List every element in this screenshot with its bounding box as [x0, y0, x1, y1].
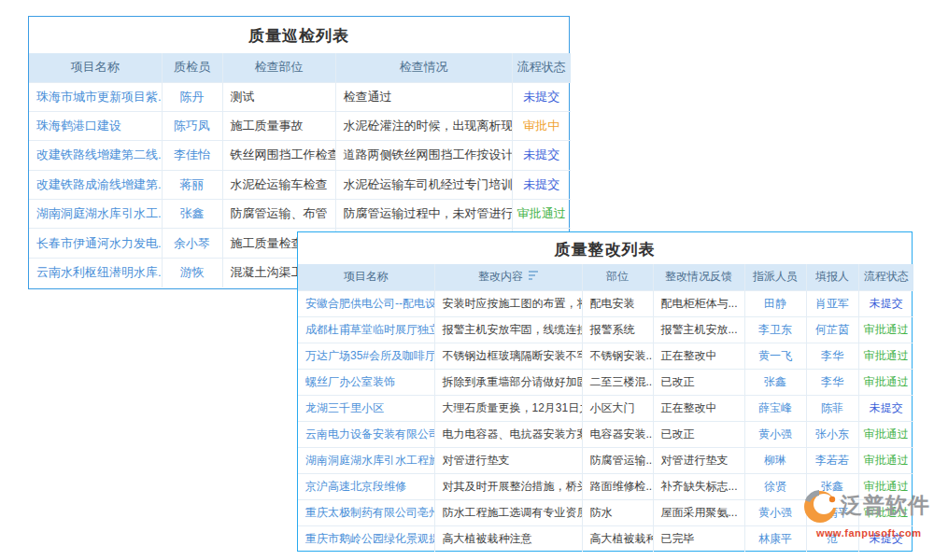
cell-status: 审批中 — [512, 111, 571, 140]
cell-feedback: 补齐缺失标志... — [653, 473, 744, 499]
cell-project[interactable]: 湖南洞庭湖水库引水工... — [29, 200, 162, 229]
column-header-project: 项目名称 — [298, 264, 434, 290]
cell-assignee[interactable]: 柳琳 — [744, 447, 806, 473]
cell-part: 防腐管运输、布管 — [222, 200, 335, 229]
cell-status: 未提交 — [858, 290, 913, 316]
cell-reporter[interactable]: 李若若 — [806, 447, 858, 473]
cell-feedback: 报警主机安放... — [653, 316, 744, 343]
column-header-content[interactable]: 整改内容 — [434, 264, 582, 290]
cell-project[interactable]: 珠海市城市更新项目紫... — [29, 82, 162, 111]
cell-part: 路面维修检... — [582, 473, 653, 499]
cell-project[interactable]: 重庆太极制药有限公司亳州中... — [298, 499, 434, 525]
column-header-part: 检查部位 — [222, 53, 335, 82]
table-row: 龙湖三千里小区大理石质量更换，12月31日之...小区大门正在整改中薛宝峰陈菲未… — [298, 395, 913, 421]
cell-assignee[interactable]: 林康平 — [744, 525, 806, 552]
table-row: 珠海市城市更新项目紫...陈丹测试检查通过未提交 — [29, 82, 571, 111]
cell-project[interactable]: 安徽合肥供电公司--配电设备... — [298, 290, 434, 316]
cell-content: 高大植被栽种注意 — [434, 525, 582, 552]
cell-feedback: 正在整改中 — [653, 395, 744, 421]
cell-situation: 道路两侧铁丝网围挡工作按设计... — [335, 141, 512, 170]
cell-part: 高大植被栽种 — [582, 525, 653, 552]
cell-content: 拆除到承重墙部分请做好加固... — [434, 369, 582, 395]
cell-assignee[interactable]: 薛宝峰 — [744, 395, 806, 421]
column-header-label: 项目名称 — [71, 60, 120, 74]
cell-inspector[interactable]: 张鑫 — [162, 200, 222, 229]
cell-part: 铁丝网围挡工作检查 — [222, 141, 335, 170]
cell-project[interactable]: 长春市伊通河水力发电... — [29, 229, 162, 258]
cell-inspector[interactable]: 李佳怡 — [162, 141, 222, 170]
cell-situation: 检查通过 — [335, 82, 512, 111]
cell-reporter[interactable]: 张小东 — [806, 421, 858, 447]
cell-assignee[interactable]: 李卫东 — [744, 316, 806, 343]
cell-status: 审批通过 — [858, 421, 913, 447]
cell-feedback: 已改正 — [653, 421, 744, 447]
column-header-label: 流程状态 — [864, 270, 909, 283]
cell-status: 审批通过 — [858, 447, 913, 473]
cell-content: 大理石质量更换，12月31日之... — [434, 395, 582, 421]
column-header-label: 质检员 — [174, 60, 210, 74]
cell-content: 防水工程施工选调有专业资质... — [434, 499, 582, 525]
cell-project[interactable]: 成都杜甫草堂临时展厅独立展... — [298, 316, 434, 343]
cell-inspector[interactable]: 余小琴 — [162, 229, 222, 258]
column-header-assignee: 指派人员 — [744, 264, 806, 290]
cell-content: 安装时应按施工图的布置，将... — [434, 290, 582, 316]
cell-part: 小区大门 — [582, 395, 653, 421]
cell-inspector[interactable]: 陈巧凤 — [162, 111, 222, 140]
cell-project[interactable]: 改建铁路线增建第二线... — [29, 141, 162, 170]
column-header-feedback: 整改情况反馈 — [653, 264, 744, 290]
cell-assignee[interactable]: 黄小强 — [744, 421, 806, 447]
cell-content: 对管进行垫支 — [434, 447, 582, 473]
table-row: 湖南洞庭湖水库引水工程施工标对管进行垫支防腐管运输...对管进行垫支柳琳李若若审… — [298, 447, 913, 473]
cell-reporter[interactable]: 李华 — [806, 369, 858, 395]
cell-project[interactable]: 云南水利枢纽潜明水库... — [29, 258, 162, 287]
cell-assignee[interactable]: 张鑫 — [744, 369, 806, 395]
cell-feedback: 对管进行垫支 — [653, 447, 744, 473]
cell-feedback: 已完毕 — [653, 525, 744, 552]
cell-part: 二至三楼混... — [582, 369, 653, 395]
cell-assignee[interactable]: 田静 — [744, 290, 806, 316]
column-header-label: 项目名称 — [344, 270, 389, 283]
cell-reporter[interactable]: 何芷茵 — [806, 316, 858, 343]
cell-content: 不锈钢边框玻璃隔断安装不牢... — [434, 343, 582, 369]
cell-part: 测试 — [222, 82, 335, 111]
sort-icon[interactable] — [529, 271, 538, 282]
cell-assignee[interactable]: 黄一飞 — [744, 343, 806, 369]
inspection-table-title: 质量巡检列表 — [29, 17, 569, 53]
cell-inspector[interactable]: 蒋丽 — [162, 170, 222, 199]
table-row: 云南电力设备安装有限公司20...电力电容器、电抗器安装方案,...电容器安装.… — [298, 421, 913, 447]
cell-part: 配电安装 — [582, 290, 653, 316]
cell-project[interactable]: 珠海鹤港口建设 — [29, 111, 162, 140]
table-row: 安徽合肥供电公司--配电设备...安装时应按施工图的布置，将...配电安装配电柜… — [298, 290, 913, 316]
cell-project[interactable]: 龙湖三千里小区 — [298, 395, 434, 421]
cell-status: 审批通过 — [858, 369, 913, 395]
cell-project[interactable]: 京沪高速北京段维修 — [298, 473, 434, 499]
cell-situation: 水泥砼灌注的时候，出现离析现象 — [335, 111, 512, 140]
page: 质量巡检列表 项目名称质检员检查部位检查情况流程状态珠海市城市更新项目紫...陈… — [0, 0, 934, 560]
cell-assignee[interactable]: 黄小强 — [744, 499, 806, 525]
cell-project[interactable]: 螺丝厂办公室装饰 — [298, 369, 434, 395]
cell-reporter[interactable]: 肖亚军 — [806, 290, 858, 316]
column-header-reporter: 填报人 — [806, 264, 858, 290]
cell-reporter[interactable]: 李华 — [806, 343, 858, 369]
cell-project[interactable]: 重庆市鹅岭公园绿化景观提升... — [298, 525, 434, 552]
column-header-label: 检查情况 — [400, 60, 448, 74]
cell-reporter[interactable]: 陈菲 — [806, 395, 858, 421]
cell-inspector[interactable]: 游恢 — [162, 258, 222, 287]
table-row: 珠海鹤港口建设陈巧凤施工质量事故水泥砼灌注的时候，出现离析现象审批中 — [29, 111, 571, 140]
cell-status: 未提交 — [512, 141, 571, 170]
cell-feedback: 配电柜柜体与... — [653, 290, 744, 316]
cell-assignee[interactable]: 徐贤 — [744, 473, 806, 499]
cell-feedback: 已改正 — [653, 369, 744, 395]
cell-inspector[interactable]: 陈丹 — [162, 82, 222, 111]
rectification-table-title: 质量整改列表 — [298, 232, 912, 264]
cell-project[interactable]: 改建铁路成渝线增建第... — [29, 170, 162, 199]
column-header-label: 填报人 — [815, 270, 849, 283]
table-row: 湖南洞庭湖水库引水工...张鑫防腐管运输、布管防腐管运输过程中，未对管进行...… — [29, 200, 571, 229]
column-header-label: 指派人员 — [753, 270, 798, 283]
cell-feedback: 正在整改中 — [653, 343, 744, 369]
cell-project[interactable]: 云南电力设备安装有限公司20... — [298, 421, 434, 447]
cell-project[interactable]: 万达广场35#会所及咖啡厅空... — [298, 343, 434, 369]
column-header-project: 项目名称 — [29, 53, 162, 82]
cell-part: 不锈钢安装... — [582, 343, 653, 369]
cell-project[interactable]: 湖南洞庭湖水库引水工程施工标 — [298, 447, 434, 473]
